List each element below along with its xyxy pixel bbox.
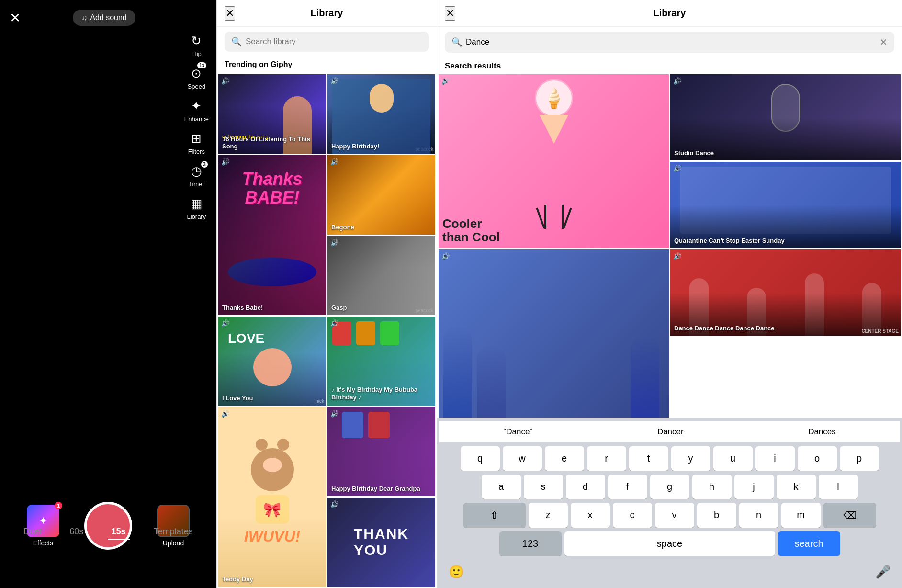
key-v[interactable]: v bbox=[655, 503, 694, 528]
suggestion-dancer[interactable]: Dancer bbox=[652, 425, 689, 439]
key-t[interactable]: t bbox=[629, 446, 668, 471]
key-s[interactable]: s bbox=[524, 475, 563, 499]
cooler-than-cool-text: Coolerthan Cool bbox=[442, 217, 500, 244]
gif-thanks[interactable]: 🔊 ThanksBABE! Thanks Babe! bbox=[218, 155, 326, 316]
camera-tabs: Duet 60s 15s Templates bbox=[0, 525, 216, 540]
key-o[interactable]: o bbox=[798, 446, 837, 471]
gif-icecream[interactable]: 🔊 🍦 Coolerthan Cool bbox=[439, 74, 669, 248]
delete-key[interactable]: ⌫ bbox=[823, 503, 876, 528]
gif-southpark[interactable]: 🔊 ♪ It's My Birthday My Bububa Birthday … bbox=[327, 317, 435, 406]
key-l[interactable]: l bbox=[819, 475, 858, 499]
gif-bday-grandpa[interactable]: 🔊 Happy Birthday Dear Grandpa bbox=[327, 407, 435, 496]
timer-control[interactable]: ◷ 3 Timer bbox=[189, 164, 204, 188]
suggestion-dances[interactable]: Dances bbox=[802, 425, 842, 439]
suggestion-dance[interactable]: "Dance" bbox=[497, 425, 538, 439]
key-e[interactable]: e bbox=[545, 446, 584, 471]
gif-patrick[interactable]: 🔊 I Love You LOVE nick bbox=[218, 317, 326, 406]
add-sound-button[interactable]: ♫ Add sound bbox=[73, 10, 135, 26]
keyboard: "Dance" Dancer Dances q w e r t y u i o … bbox=[437, 418, 902, 588]
numbers-key[interactable]: 123 bbox=[499, 531, 562, 556]
watermark-patrick: nick bbox=[316, 398, 324, 404]
keyboard-row-3: ⇧ z x c v b n m ⌫ bbox=[439, 503, 900, 528]
gif-label-southpark: ♪ It's My Birthday My Bububa Birthday ♪ bbox=[331, 386, 435, 402]
gif-label-quarantine: Quarantine Can't Stop Easter Sunday bbox=[674, 237, 785, 244]
gif-birthday[interactable]: 🔊 Happy Birthday! peacock bbox=[327, 74, 435, 154]
key-g[interactable]: g bbox=[650, 475, 689, 499]
effects-badge: 1 bbox=[55, 502, 62, 509]
key-a[interactable]: a bbox=[482, 475, 521, 499]
gif-kids-dance[interactable]: 🔊 bbox=[439, 249, 669, 418]
effects-label: Effects bbox=[33, 539, 54, 547]
filters-control[interactable]: ⊞ Filters bbox=[188, 131, 205, 155]
key-d[interactable]: d bbox=[566, 475, 605, 499]
keyboard-row-4: 123 space search bbox=[439, 531, 900, 556]
key-z[interactable]: z bbox=[529, 503, 568, 528]
volume-icon-begone: 🔊 bbox=[330, 158, 338, 166]
trending-label: Trending on Giphy bbox=[217, 57, 437, 73]
key-m[interactable]: m bbox=[781, 503, 821, 528]
key-f[interactable]: f bbox=[608, 475, 647, 499]
center-stage-label: CENTER STAGE bbox=[861, 328, 899, 334]
gif-dance-dance[interactable]: 🔊 Dance Dance Dance Dance Dance CENTER S… bbox=[670, 249, 901, 336]
clear-search-button[interactable]: ✕ bbox=[879, 36, 888, 48]
gif-gasp[interactable]: 🔊 Gasp peacock bbox=[327, 236, 435, 316]
right-title: Library bbox=[654, 8, 686, 19]
library-control[interactable]: ▦ Library bbox=[187, 196, 206, 220]
volume-icon-teddy: 🔊 bbox=[221, 410, 229, 418]
key-u[interactable]: u bbox=[713, 446, 753, 471]
middle-title: Library bbox=[311, 8, 343, 19]
key-q[interactable]: q bbox=[461, 446, 500, 471]
key-b[interactable]: b bbox=[697, 503, 736, 528]
microphone-button[interactable]: 🎤 bbox=[875, 565, 891, 579]
enhance-control[interactable]: ✦ Enhance bbox=[184, 99, 209, 123]
key-y[interactable]: y bbox=[671, 446, 710, 471]
key-j[interactable]: j bbox=[734, 475, 774, 499]
volume-icon-birthday: 🔊 bbox=[330, 77, 338, 85]
middle-search-input[interactable] bbox=[246, 37, 422, 46]
gif-studio-dance[interactable]: 🔊 Studio Dance bbox=[670, 74, 901, 160]
right-search-bar[interactable]: 🔍 ✕ bbox=[445, 32, 894, 53]
search-key[interactable]: search bbox=[778, 531, 840, 556]
gif-thankyou[interactable]: 🔊 THANK YOU bbox=[327, 498, 435, 587]
volume-icon-kids: 🔊 bbox=[441, 252, 450, 260]
tab-templates[interactable]: Templates bbox=[150, 525, 197, 540]
right-close-button[interactable]: ✕ bbox=[445, 6, 455, 21]
key-c[interactable]: c bbox=[613, 503, 652, 528]
gif-label-patrick: I Love You bbox=[222, 395, 253, 402]
tab-duet[interactable]: Duet bbox=[20, 525, 45, 540]
bottom-controls: ✦ 1 Effects Upload Duet 60s 15s Template… bbox=[0, 502, 216, 550]
timer-badge: 3 bbox=[201, 161, 208, 168]
key-p[interactable]: p bbox=[840, 446, 879, 471]
key-h[interactable]: h bbox=[692, 475, 732, 499]
gif-teddy[interactable]: 🔊 🎀 IWUVU! Teddy Day bbox=[218, 407, 326, 587]
gif-quarantine[interactable]: 🔊 Quarantine Can't Stop Easter Sunday bbox=[670, 162, 901, 248]
volume-icon-bday-grandpa: 🔊 bbox=[330, 410, 338, 418]
key-i[interactable]: i bbox=[755, 446, 795, 471]
keyboard-row-1: q w e r t y u i o p bbox=[439, 446, 900, 471]
volume-icon-icecream: 🔊 bbox=[441, 77, 450, 85]
flip-control[interactable]: ↻ Flip bbox=[191, 34, 202, 57]
volume-icon-studio: 🔊 bbox=[673, 77, 681, 85]
camera-panel: ✕ ♫ Add sound ↻ Flip ⊙ 1x Speed ✦ Enhanc… bbox=[0, 0, 216, 588]
tab-60s[interactable]: 60s bbox=[66, 525, 87, 540]
speed-control[interactable]: ⊙ 1x Speed bbox=[188, 66, 206, 90]
tab-15s[interactable]: 15s bbox=[108, 525, 130, 540]
gif-jojo[interactable]: 🔊 16 Hours Of Listening To This Song or … bbox=[218, 74, 326, 154]
key-w[interactable]: w bbox=[503, 446, 542, 471]
key-n[interactable]: n bbox=[739, 503, 778, 528]
gif-label-teddy: Teddy Day bbox=[222, 576, 253, 583]
volume-icon-gasp: 🔊 bbox=[330, 239, 338, 247]
shift-key[interactable]: ⇧ bbox=[463, 503, 526, 528]
close-button[interactable]: ✕ bbox=[10, 10, 21, 26]
key-x[interactable]: x bbox=[571, 503, 610, 528]
middle-close-button[interactable]: ✕ bbox=[225, 6, 235, 21]
middle-search-bar[interactable]: 🔍 bbox=[225, 32, 429, 52]
key-r[interactable]: r bbox=[587, 446, 626, 471]
key-k[interactable]: k bbox=[777, 475, 816, 499]
gif-begone[interactable]: 🔊 Begone bbox=[327, 155, 435, 235]
emoji-bar: 🙂 🎤 bbox=[439, 560, 900, 584]
music-icon: ♫ bbox=[81, 13, 87, 22]
right-search-input[interactable] bbox=[466, 37, 876, 47]
emoji-button[interactable]: 🙂 bbox=[449, 565, 464, 579]
space-key[interactable]: space bbox=[564, 531, 775, 556]
